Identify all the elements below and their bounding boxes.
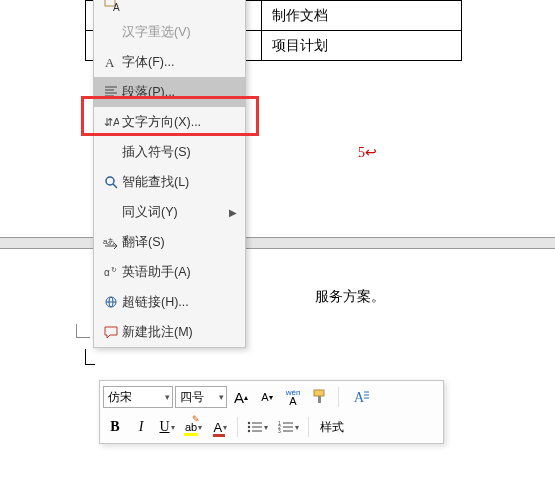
context-menu: A 汉字重选(V) A 字体(F)... 段落(P)... ⇵A 文字方向(X)… — [93, 0, 246, 348]
menu-synonyms[interactable]: 同义词(Y) ▶ — [94, 197, 245, 227]
menu-paste-a[interactable]: A — [94, 0, 245, 17]
search-icon — [100, 174, 122, 190]
menu-insert-symbol[interactable]: 插入符号(S) — [94, 137, 245, 167]
menu-label: 智能查找(L) — [122, 174, 237, 191]
highlight-color-button[interactable]: ab ✎ ▾ — [181, 414, 206, 440]
page-margin-marker — [76, 324, 90, 338]
font-name-select[interactable]: 仿宋 — [103, 386, 173, 408]
format-painter-button[interactable] — [307, 384, 333, 410]
svg-text:aあ: aあ — [103, 237, 115, 246]
svg-text:⇵A: ⇵A — [104, 116, 119, 128]
underline-button[interactable]: U▾ — [155, 414, 179, 440]
font-a-icon: A — [100, 54, 122, 70]
numbering-button[interactable]: 123 ▾ — [274, 414, 303, 440]
menu-english-assistant[interactable]: α↻ 英语助手(A) — [94, 257, 245, 287]
english-assistant-icon: α↻ — [100, 264, 122, 280]
menu-label: 英语助手(A) — [122, 264, 237, 281]
menu-translate[interactable]: aあ 翻译(S) — [94, 227, 245, 257]
format-painter-icon — [311, 388, 329, 406]
svg-rect-17 — [314, 390, 324, 396]
grow-font-button[interactable]: A▴ — [229, 384, 253, 410]
styles-button[interactable]: A — [344, 384, 380, 410]
page-break — [0, 237, 555, 249]
svg-text:α: α — [104, 267, 110, 278]
separator — [308, 417, 309, 437]
separator — [338, 387, 339, 407]
bullets-icon — [247, 420, 263, 434]
bold-button[interactable]: B — [103, 414, 127, 440]
body-text[interactable]: 服务方案。 — [315, 288, 385, 306]
menu-label: 超链接(H)... — [122, 294, 237, 311]
menu-reconvert[interactable]: 汉字重选(V) — [94, 17, 245, 47]
svg-text:A: A — [113, 2, 120, 12]
text-cursor-marker — [85, 349, 95, 365]
menu-label: 插入符号(S) — [122, 144, 237, 161]
svg-text:3: 3 — [278, 428, 281, 434]
menu-label: 新建批注(M) — [122, 324, 237, 341]
menu-label: 翻译(S) — [122, 234, 237, 251]
menu-label: 段落(P)... — [122, 84, 237, 101]
clipboard-a-icon: A — [100, 0, 122, 12]
menu-hyperlink[interactable]: 超链接(H)... — [94, 287, 245, 317]
svg-point-23 — [248, 426, 250, 428]
page-number: 5↩ — [358, 144, 377, 161]
paragraph-lines-icon — [100, 84, 122, 100]
menu-label: 同义词(Y) — [122, 204, 229, 221]
separator — [237, 417, 238, 437]
svg-rect-20 — [184, 433, 198, 436]
font-size-value: 四号 — [180, 389, 204, 406]
text-direction-icon: ⇵A — [100, 114, 122, 130]
svg-point-24 — [248, 430, 250, 432]
translate-icon: aあ — [100, 234, 122, 250]
menu-font[interactable]: A 字体(F)... — [94, 47, 245, 77]
menu-new-comment[interactable]: 新建批注(M) — [94, 317, 245, 347]
font-color-button[interactable]: A ▾ — [208, 414, 232, 440]
menu-smart-lookup[interactable]: 智能查找(L) — [94, 167, 245, 197]
menu-label: 汉字重选(V) — [122, 24, 237, 41]
styles-dropdown-button[interactable]: 样式 — [314, 414, 350, 440]
submenu-arrow-icon: ▶ — [229, 207, 237, 218]
document-canvas[interactable]: 配置管理 Excel↩ 制作文档 roject↩ 项目计划 5↩ 服务方案。 A… — [0, 0, 555, 500]
svg-point-9 — [106, 177, 114, 185]
svg-text:↻: ↻ — [111, 266, 117, 273]
comment-icon — [100, 324, 122, 340]
svg-rect-21 — [213, 434, 225, 437]
styles-a-icon: A — [352, 389, 372, 405]
shrink-font-button[interactable]: A▾ — [255, 384, 279, 410]
menu-label: 字体(F)... — [122, 54, 237, 71]
svg-point-22 — [248, 422, 250, 424]
styles-label: 样式 — [320, 419, 344, 436]
svg-line-10 — [113, 184, 117, 188]
font-size-select[interactable]: 四号 — [175, 386, 227, 408]
bullets-button[interactable]: ▾ — [243, 414, 272, 440]
phonetic-guide-button[interactable]: wén A — [281, 384, 305, 410]
svg-text:A: A — [354, 390, 365, 405]
font-name-value: 仿宋 — [108, 389, 132, 406]
menu-paragraph[interactable]: 段落(P)... — [94, 77, 245, 107]
menu-label: 文字方向(X)... — [122, 114, 237, 131]
table-cell[interactable]: 项目计划 — [262, 31, 462, 61]
mini-toolbar: 仿宋 四号 A▴ A▾ wén A A — [99, 380, 444, 444]
italic-button[interactable]: I — [129, 414, 153, 440]
svg-text:A: A — [105, 55, 115, 70]
menu-text-direction[interactable]: ⇵A 文字方向(X)... — [94, 107, 245, 137]
numbering-icon: 123 — [278, 420, 294, 434]
svg-rect-18 — [318, 396, 321, 403]
globe-link-icon — [100, 294, 122, 310]
table-cell[interactable]: 制作文档 — [262, 1, 462, 31]
